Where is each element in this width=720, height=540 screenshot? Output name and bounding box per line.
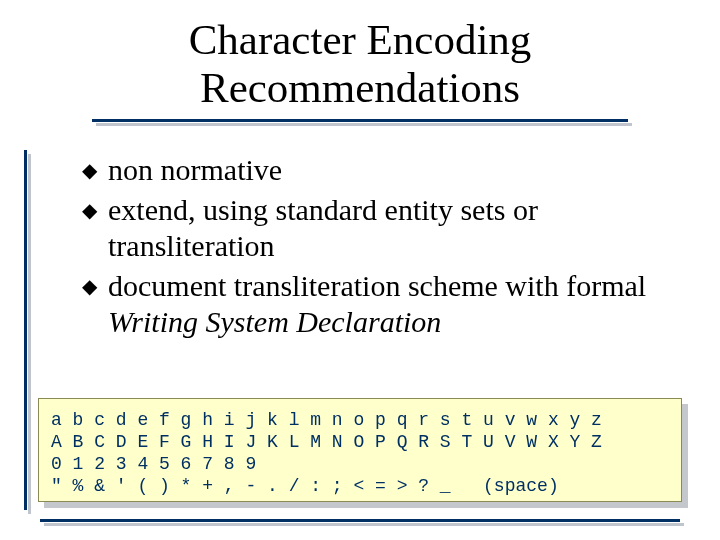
- code-panel: a b c d e f g h i j k l m n o p q r s t …: [38, 398, 682, 502]
- code-line-2: A B C D E F G H I J K L M N O P Q R S T …: [51, 432, 602, 452]
- bottom-rule-shadow: [44, 523, 684, 526]
- code-line-3: 0 1 2 3 4 5 6 7 8 9: [51, 454, 256, 474]
- bullet-text: non normative: [108, 152, 282, 188]
- body-text: ◆ non normative ◆ extend, using standard…: [82, 152, 672, 344]
- bullet-text-a: document transliteration scheme with for…: [108, 269, 646, 302]
- side-rule: [24, 150, 27, 510]
- title-block: Character Encoding Recommendations: [0, 16, 720, 118]
- code-line-1: a b c d e f g h i j k l m n o p q r s t …: [51, 410, 602, 430]
- code-box: a b c d e f g h i j k l m n o p q r s t …: [38, 398, 682, 502]
- bullet-text-a: non normative: [108, 153, 282, 186]
- bullet-text: extend, using standard entity sets or tr…: [108, 192, 672, 264]
- title-underline-shadow: [96, 123, 632, 126]
- slide: Character Encoding Recommendations ◆ non…: [0, 0, 720, 540]
- bullet-item: ◆ document transliteration scheme with f…: [82, 268, 672, 340]
- title-line-2: Recommendations: [200, 64, 520, 111]
- bullet-item: ◆ extend, using standard entity sets or …: [82, 192, 672, 264]
- title-line-1: Character Encoding: [189, 16, 532, 63]
- diamond-bullet-icon: ◆: [82, 268, 108, 304]
- diamond-bullet-icon: ◆: [82, 192, 108, 228]
- bullet-text-a: extend, using standard entity sets or tr…: [108, 193, 538, 262]
- diamond-bullet-icon: ◆: [82, 152, 108, 188]
- slide-title: Character Encoding Recommendations: [189, 16, 532, 118]
- bullet-text: document transliteration scheme with for…: [108, 268, 672, 340]
- bullet-item: ◆ non normative: [82, 152, 672, 188]
- code-line-4: " % & ' ( ) * + , - . / : ; < = > ? _ (s…: [51, 476, 559, 496]
- title-underline: [92, 119, 628, 122]
- bottom-rule: [40, 519, 680, 522]
- side-rule-shadow: [28, 154, 31, 514]
- bullet-text-b: Writing System Declaration: [108, 305, 441, 338]
